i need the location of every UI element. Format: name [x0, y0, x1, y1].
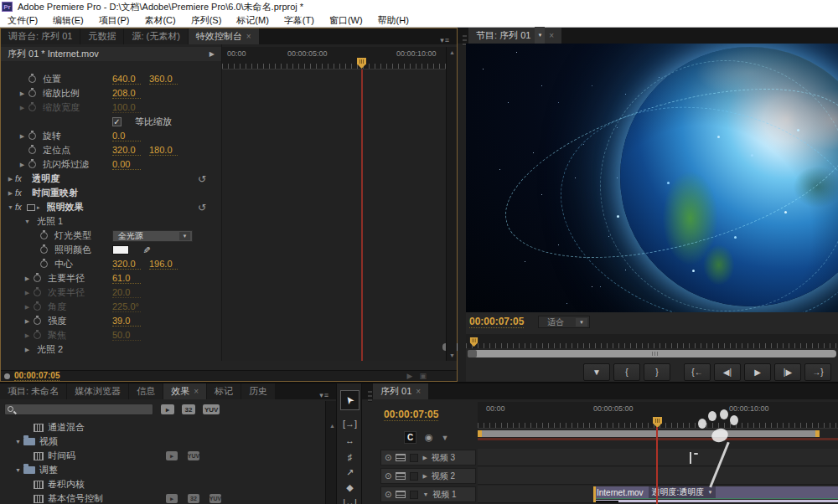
stopwatch-icon[interactable]	[40, 260, 48, 268]
scroll-up-icon[interactable]: ▲	[449, 49, 455, 55]
reset-effect-icon[interactable]: ↺	[198, 202, 206, 213]
tab-fx-3[interactable]: 效果×	[163, 383, 206, 399]
effect-controls-ruler[interactable]: 00:0000:00:05:0000:00:10:00	[222, 47, 447, 69]
mark-out-button[interactable]: }	[644, 363, 670, 381]
menu-item-6[interactable]: 字幕(T)	[277, 13, 322, 28]
expand-arrow-icon[interactable]: ▶	[6, 190, 15, 197]
effect-row-2[interactable]: ▶缩放宽度100.0	[1, 100, 221, 115]
light-type-dropdown[interactable]: 全光源▼	[112, 230, 193, 242]
selection-tool[interactable]: ➤	[340, 390, 360, 410]
effect-row-4[interactable]: ▶旋转0.0	[1, 129, 221, 143]
tab-close-icon[interactable]: ×	[416, 383, 421, 399]
work-area-bar[interactable]	[478, 430, 820, 437]
expand-arrow-icon[interactable]: ▶	[23, 347, 32, 353]
effect-row-12[interactable]: 照明颜色✎	[1, 243, 221, 257]
property-value[interactable]: 20.0	[112, 287, 141, 298]
effect-row-11[interactable]: 灯光类型全光源▼	[1, 229, 221, 243]
stopwatch-icon[interactable]	[28, 75, 36, 83]
track-lock-toggle[interactable]	[410, 491, 418, 499]
menu-item-5[interactable]: 标记(M)	[229, 13, 277, 28]
yuv-badge[interactable]: YUV	[203, 404, 220, 414]
expand-arrow-icon[interactable]: ▼	[23, 219, 32, 224]
effects-list-item-4[interactable]: ▼卷积内核	[0, 477, 325, 491]
vertical-scrollbar[interactable]: ▲ ▼	[446, 47, 457, 361]
effect-row-5[interactable]: 定位点320.0180.0	[1, 143, 221, 157]
play-button[interactable]: ▶	[744, 363, 771, 381]
property-value[interactable]: 0.00	[112, 159, 141, 170]
32bit-badge[interactable]: 32	[182, 404, 195, 414]
track-select-tool[interactable]: [→]	[340, 415, 360, 431]
property-value[interactable]: 640.0	[112, 74, 141, 85]
panel-menu-icon[interactable]: ▾≡	[313, 391, 336, 399]
menu-item-8[interactable]: 帮助(H)	[370, 13, 416, 28]
step-forward-button[interactable]: |▶	[774, 363, 801, 381]
effect-row-3[interactable]: ✓等比缩放	[1, 115, 221, 129]
expand-arrow-icon[interactable]: ▶	[18, 133, 27, 140]
accelerated-effects-badge[interactable]: ▸	[161, 404, 174, 414]
property-value[interactable]: 320.0	[112, 259, 141, 270]
effect-row-17[interactable]: ▶强度39.0	[1, 314, 221, 328]
tab-ec-0[interactable]: 调音台: 序列 01	[1, 28, 80, 44]
effect-row-1[interactable]: ▶缩放比例208.0	[1, 86, 221, 100]
property-value[interactable]: 100.0	[112, 102, 141, 113]
property-value[interactable]: 360.0	[149, 74, 178, 85]
tab-fx-5[interactable]: 历史	[241, 383, 275, 399]
mark-in-button[interactable]: {	[613, 363, 640, 381]
expand-arrow-icon[interactable]: ▶	[18, 90, 27, 97]
effect-row-7[interactable]: ▶fx透明度↺	[1, 172, 221, 186]
effects-list-item-2[interactable]: ▼时间码▸YUV	[0, 449, 325, 463]
track-lock-toggle[interactable]	[410, 472, 418, 481]
effects-list-item-3[interactable]: ▼调整	[0, 463, 325, 477]
stopwatch-icon[interactable]	[34, 303, 41, 311]
sync-lock-icon[interactable]	[396, 472, 406, 480]
color-swatch[interactable]	[112, 245, 129, 255]
track-header[interactable]: ⊙▶视频 3	[380, 450, 476, 465]
program-timecode[interactable]: 00:00:07:05	[469, 316, 524, 328]
checkbox-icon[interactable]: ✓	[112, 117, 122, 126]
stopwatch-icon[interactable]	[28, 90, 36, 97]
effect-row-19[interactable]: ▶光照 2	[1, 342, 221, 357]
tab-close-icon[interactable]: ×	[246, 28, 251, 44]
tab-fx-2[interactable]: 信息	[129, 383, 163, 399]
effect-controls-timecode[interactable]: 00:00:07:05	[14, 371, 59, 381]
clip-trim-handle-left[interactable]	[593, 486, 596, 502]
program-scrollbar[interactable]	[468, 350, 836, 357]
chevron-down-icon[interactable]: ▼	[576, 318, 587, 327]
property-value[interactable]: 50.0	[112, 330, 141, 341]
effect-row-0[interactable]: 位置640.0360.0	[1, 72, 221, 86]
property-value[interactable]: 225.0°	[112, 301, 141, 312]
effect-row-9[interactable]: ▼fx▸照明效果↺	[1, 200, 221, 214]
chevron-down-icon[interactable]: ▼	[179, 232, 190, 240]
menu-item-0[interactable]: 文件(F)	[0, 13, 45, 28]
track-area[interactable]	[478, 467, 838, 485]
effect-row-15[interactable]: ▶次要半径20.0	[1, 285, 221, 300]
tab-ec-1[interactable]: 元数据	[80, 28, 123, 44]
scroll-up-icon[interactable]: ▲	[329, 423, 335, 429]
panel-grip[interactable]	[368, 391, 372, 402]
ripple-edit-tool[interactable]: ↔	[340, 432, 360, 448]
expand-arrow-icon[interactable]: ▶	[6, 176, 15, 183]
tab-dropdown-icon[interactable]: ▼	[535, 27, 545, 44]
rolling-edit-tool[interactable]: ♯	[340, 449, 360, 465]
track-area[interactable]	[478, 449, 838, 466]
effect-row-16[interactable]: ▶角度225.0°	[1, 300, 221, 314]
menu-item-1[interactable]: 编辑(E)	[45, 13, 91, 28]
stopwatch-icon[interactable]	[34, 332, 41, 339]
sync-lock-icon[interactable]	[396, 454, 406, 461]
expand-arrow-icon[interactable]: ▶	[23, 275, 32, 282]
tab-fx-4[interactable]: 标记	[207, 383, 241, 399]
expand-arrow-icon[interactable]: ▶	[23, 304, 32, 311]
stopwatch-icon[interactable]	[34, 275, 41, 282]
tab-sequence[interactable]: 序列 01 ×	[373, 383, 428, 399]
encoder-marker-icon[interactable]: ◉	[425, 432, 433, 443]
clip-internet-mov[interactable]: Internet.mov透明度:透明度▼	[593, 486, 838, 502]
tab-fx-0[interactable]: 项目: 未命名	[0, 383, 66, 399]
expand-arrow-icon[interactable]: ▼	[6, 204, 15, 210]
toggle-track-output-icon[interactable]: ⊙	[385, 490, 391, 499]
expand-arrow-icon[interactable]: ▼	[15, 439, 23, 445]
stopwatch-icon[interactable]	[28, 147, 36, 154]
eyedropper-icon[interactable]: ✎	[141, 246, 152, 254]
clip-header[interactable]: Internet.mov透明度:透明度▼	[593, 486, 838, 499]
property-value[interactable]: 180.0	[149, 145, 178, 156]
chevron-down-icon[interactable]: ▼	[707, 490, 712, 495]
